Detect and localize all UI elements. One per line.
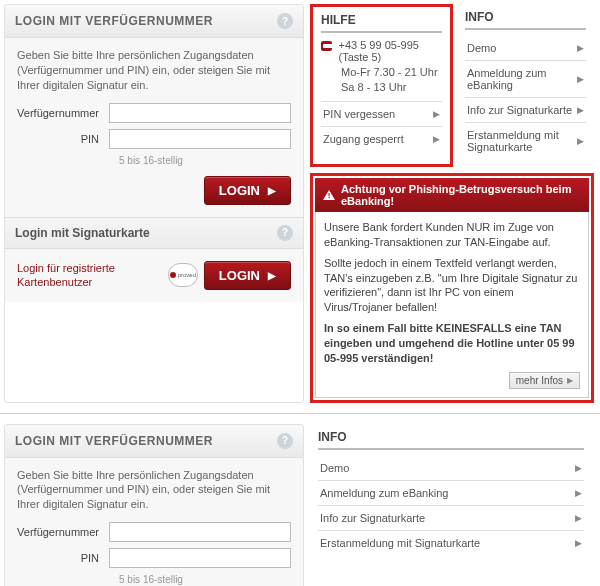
pin-input[interactable]	[109, 129, 291, 149]
phone-icon	[321, 41, 332, 51]
chevron-right-icon: ▶	[575, 463, 582, 473]
label-pin: PIN	[17, 133, 109, 145]
hilfe-link-pin[interactable]: PIN vergessen ▶	[321, 101, 442, 126]
chevron-right-icon: ▶	[577, 74, 584, 84]
hilfe-hours-2: Sa 8 - 13 Uhr	[341, 80, 442, 95]
warning-triangle-icon: !	[323, 190, 335, 200]
info-link-label: Demo	[320, 462, 349, 474]
login-header: LOGIN MIT VERFÜGERNUMMER ?	[5, 425, 303, 458]
help-icon[interactable]: ?	[277, 225, 293, 241]
info-link-signaturkarte[interactable]: Info zur Signaturkarte ▶	[465, 97, 586, 122]
info-link-anmeldung[interactable]: Anmeldung zum eBanking ▶	[318, 480, 584, 505]
info-link-erstanmeldung[interactable]: Erstanmeldung mit Signaturkarte ▶	[465, 122, 586, 159]
chevron-right-icon: ▶	[268, 185, 276, 196]
pin-hint: 5 bis 16-stellig	[119, 574, 291, 585]
info-link-label: Erstanmeldung mit Signaturkarte	[467, 129, 577, 153]
hilfe-link-label: Zugang gesperrt	[323, 133, 404, 145]
chevron-right-icon: ▶	[433, 109, 440, 119]
hilfe-panel: HILFE +43 5 99 05-995 (Taste 5) Mo-Fr 7.…	[310, 4, 453, 167]
phishing-warning: ! Achtung vor Phishing-Betrugsversuch be…	[310, 173, 594, 403]
hilfe-title: HILFE	[321, 13, 442, 33]
login-panel: LOGIN MIT VERFÜGERNUMMER ? Geben Sie bit…	[4, 4, 304, 403]
warning-p1: Unsere Bank fordert Kunden NUR im Zuge v…	[324, 220, 580, 250]
login-title: LOGIN MIT VERFÜGERNUMMER	[15, 434, 213, 448]
login-title: LOGIN MIT VERFÜGERNUMMER	[15, 14, 213, 28]
info-link-demo[interactable]: Demo ▶	[318, 456, 584, 480]
chevron-right-icon: ▶	[577, 136, 584, 146]
info-link-label: Anmeldung zum eBanking	[467, 67, 577, 91]
help-icon[interactable]: ?	[277, 13, 293, 29]
info-link-erstanmeldung[interactable]: Erstanmeldung mit Signaturkarte ▶	[318, 530, 584, 555]
info-panel: INFO Demo ▶ Anmeldung zum eBanking ▶ Inf…	[310, 424, 592, 563]
info-link-anmeldung[interactable]: Anmeldung zum eBanking ▶	[465, 60, 586, 97]
info-title: INFO	[318, 430, 584, 450]
chevron-right-icon: ▶	[575, 488, 582, 498]
warning-header: ! Achtung vor Phishing-Betrugsversuch be…	[315, 178, 589, 212]
hilfe-link-zugang[interactable]: Zugang gesperrt ▶	[321, 126, 442, 151]
signature-login-link[interactable]: Login für registrierte Kartenbenutzer	[17, 261, 115, 290]
label-verfuegernummer: Verfügernummer	[17, 526, 109, 538]
label-verfuegernummer: Verfügernummer	[17, 107, 109, 119]
login-button[interactable]: LOGIN ▶	[204, 176, 291, 205]
signature-title: Login mit Signaturkarte	[15, 226, 150, 240]
info-link-label: Info zur Signaturkarte	[467, 104, 572, 116]
info-link-label: Demo	[467, 42, 496, 54]
login-intro: Geben Sie bitte Ihre persönlichen Zugang…	[17, 468, 291, 513]
login-button-label: LOGIN	[219, 183, 260, 198]
signature-login-button-label: LOGIN	[219, 268, 260, 283]
chevron-right-icon: ▶	[567, 376, 573, 385]
warning-p2: Sollte jedoch in einem Textfeld verlangt…	[324, 256, 580, 315]
verfuegernummer-input[interactable]	[109, 522, 291, 542]
pin-hint: 5 bis 16-stellig	[119, 155, 291, 166]
chevron-right-icon: ▶	[575, 538, 582, 548]
signature-header: Login mit Signaturkarte ?	[5, 217, 303, 249]
more-info-label: mehr Infos	[516, 375, 563, 386]
info-title: INFO	[465, 10, 586, 30]
info-link-label: Info zur Signaturkarte	[320, 512, 425, 524]
hilfe-phone: +43 5 99 05-995 (Taste 5)	[338, 39, 442, 63]
label-pin: PIN	[17, 552, 109, 564]
login-intro: Geben Sie bitte Ihre persönlichen Zugang…	[17, 48, 291, 93]
help-icon[interactable]: ?	[277, 433, 293, 449]
info-link-signaturkarte[interactable]: Info zur Signaturkarte ▶	[318, 505, 584, 530]
chevron-right-icon: ▶	[575, 513, 582, 523]
signature-login-button[interactable]: LOGIN ▶	[204, 261, 291, 290]
login-panel: LOGIN MIT VERFÜGERNUMMER ? Geben Sie bit…	[4, 424, 304, 586]
info-link-label: Anmeldung zum eBanking	[320, 487, 448, 499]
chevron-right-icon: ▶	[433, 134, 440, 144]
warning-p3: In so einem Fall bitte KEINESFALLS eine …	[324, 321, 580, 366]
info-link-label: Erstanmeldung mit Signaturkarte	[320, 537, 480, 549]
warning-title: Achtung vor Phishing-Betrugsversuch beim…	[341, 183, 581, 207]
hilfe-hours-1: Mo-Fr 7.30 - 21 Uhr	[341, 65, 442, 80]
pin-input[interactable]	[109, 548, 291, 568]
chevron-right-icon: ▶	[577, 105, 584, 115]
hilfe-link-label: PIN vergessen	[323, 108, 395, 120]
more-info-button[interactable]: mehr Infos ▶	[509, 372, 580, 389]
proved-badge-icon: proved	[168, 263, 198, 287]
chevron-right-icon: ▶	[577, 43, 584, 53]
login-header: LOGIN MIT VERFÜGERNUMMER ?	[5, 5, 303, 38]
info-link-demo[interactable]: Demo ▶	[465, 36, 586, 60]
verfuegernummer-input[interactable]	[109, 103, 291, 123]
info-panel: INFO Demo ▶ Anmeldung zum eBanking ▶ Inf…	[457, 4, 594, 167]
chevron-right-icon: ▶	[268, 270, 276, 281]
